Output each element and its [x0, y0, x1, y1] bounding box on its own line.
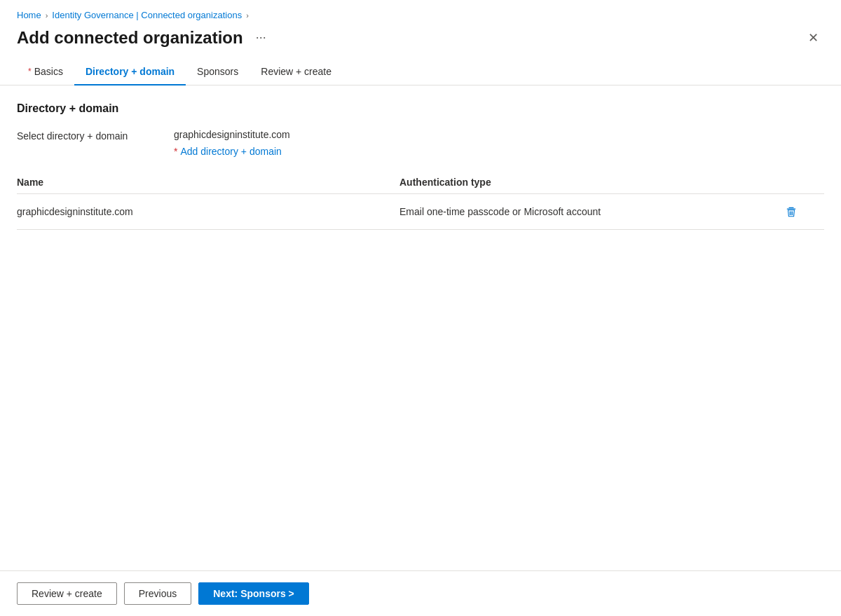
add-link-text: Add directory + domain [180, 146, 281, 157]
svg-rect-0 [788, 207, 793, 208]
form-row-directory: Select directory + domain graphicdesigni… [17, 129, 824, 157]
breadcrumb: Home › Identity Governance | Connected o… [0, 0, 841, 25]
col-header-actions [782, 177, 824, 188]
review-create-button[interactable]: Review + create [17, 582, 117, 605]
add-link-star: * [174, 146, 177, 157]
table-header: Name Authentication type [17, 171, 824, 194]
form-value-domain: graphicdesigninstitute.com [174, 129, 290, 140]
next-sponsors-button[interactable]: Next: Sponsors > [198, 582, 309, 605]
col-header-auth-type: Authentication type [399, 177, 782, 188]
tab-basics[interactable]: * Basics [17, 59, 74, 85]
close-button[interactable]: ✕ [802, 29, 824, 47]
row-auth-type: Email one-time passcode or Microsoft acc… [399, 206, 782, 217]
page-title-row: Add connected organization ··· [17, 27, 272, 48]
tab-sponsors[interactable]: Sponsors [186, 59, 249, 85]
previous-button[interactable]: Previous [124, 582, 191, 605]
breadcrumb-identity-governance[interactable]: Identity Governance | Connected organiza… [52, 10, 242, 20]
section-title: Directory + domain [17, 102, 824, 115]
tab-basics-star: * [28, 67, 32, 76]
footer: Review + create Previous Next: Sponsors … [0, 570, 841, 616]
tabs-bar: * Basics Directory + domain Sponsors Rev… [0, 59, 841, 85]
table-row: graphicdesigninstitute.com Email one-tim… [17, 194, 824, 230]
tab-basics-label: Basics [34, 66, 63, 77]
breadcrumb-sep-2: › [246, 11, 249, 20]
trash-icon [785, 205, 798, 218]
form-value-col: graphicdesigninstitute.com * Add directo… [174, 129, 290, 157]
delete-row-button[interactable] [782, 203, 800, 221]
tab-sponsors-label: Sponsors [197, 66, 238, 77]
add-directory-link[interactable]: * Add directory + domain [174, 146, 290, 157]
main-content: Directory + domain Select directory + do… [0, 85, 841, 570]
tab-directory-domain[interactable]: Directory + domain [74, 59, 186, 85]
tab-review-create[interactable]: Review + create [249, 59, 343, 85]
breadcrumb-home[interactable]: Home [17, 10, 41, 20]
svg-rect-1 [787, 209, 796, 210]
page-header: Add connected organization ··· ✕ [0, 25, 841, 59]
tab-directory-domain-label: Directory + domain [86, 66, 175, 77]
form-label-select-directory: Select directory + domain [17, 129, 157, 142]
page-title: Add connected organization [17, 28, 243, 48]
ellipsis-button[interactable]: ··· [250, 27, 272, 48]
row-actions [782, 203, 824, 221]
domain-table: Name Authentication type graphicdesignin… [17, 171, 824, 230]
tab-review-create-label: Review + create [261, 66, 331, 77]
breadcrumb-sep-1: › [46, 11, 48, 20]
col-header-name: Name [17, 177, 399, 188]
row-name: graphicdesigninstitute.com [17, 206, 399, 217]
